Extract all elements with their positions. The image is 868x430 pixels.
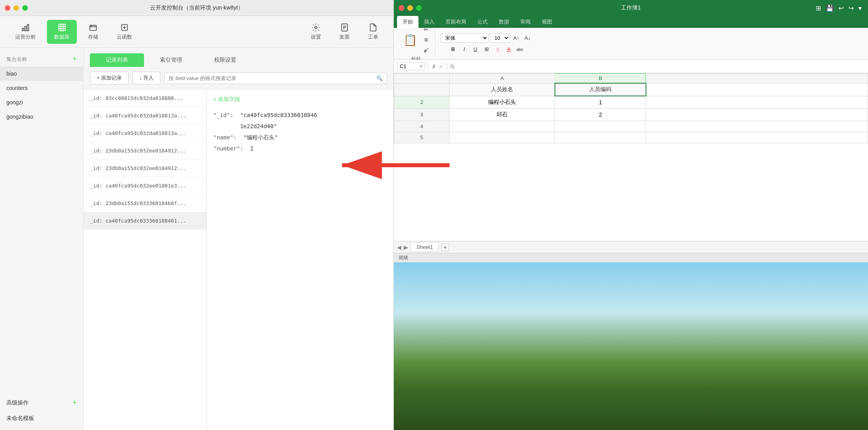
cell-b4[interactable]: [555, 121, 646, 132]
font-color-button[interactable]: A: [504, 45, 514, 54]
sidebar-section-label: 集合名称: [6, 56, 27, 63]
data-table: A B 人员姓名 人员编码 2 编: [394, 73, 868, 143]
settings-icon: [311, 23, 320, 32]
advanced-ops-plus[interactable]: +: [72, 399, 77, 407]
ribbon-tab-page-layout[interactable]: 页面布局: [440, 16, 472, 28]
italic-button[interactable]: I: [459, 45, 469, 54]
font-name-select[interactable]: 宋体: [441, 33, 488, 43]
tab-record-list[interactable]: 记录列表: [90, 53, 144, 67]
table-row: 人员姓名 人员编码: [394, 83, 868, 96]
sidebar-section-header: 集合名称 +: [0, 52, 83, 66]
cell-b5[interactable]: [555, 132, 646, 143]
cell-c1[interactable]: [646, 83, 868, 96]
sidebar-item-gongzi-label: gongzi: [6, 99, 23, 106]
decrease-font-button[interactable]: A↓: [523, 33, 532, 43]
list-item[interactable]: _id: ca40fca95dc032da018813a...: [84, 107, 206, 125]
minimize-button[interactable]: [14, 5, 19, 11]
excel-panel: 工作簿1 ⊞ 💾 ↩ ↪ ▾ 开始 插入 页面布局 公式 数据 审阅 视图 📋 …: [394, 0, 868, 430]
sheet-nav-next[interactable]: ▶: [404, 244, 408, 250]
cell-a5[interactable]: [450, 132, 555, 143]
cell-reference[interactable]: C1 ▾: [397, 62, 425, 70]
sheet-nav-prev[interactable]: ◀: [397, 244, 401, 250]
row-num-1: [394, 83, 450, 96]
search-input[interactable]: [169, 75, 376, 81]
bold-button[interactable]: B: [448, 45, 458, 54]
underline-button[interactable]: U: [471, 45, 480, 54]
nav-item-cloudfunc[interactable]: 云函数: [109, 20, 139, 44]
tab-permission[interactable]: 权限设置: [198, 53, 252, 67]
sidebar-item-biao[interactable]: biao: [0, 66, 83, 81]
list-item[interactable]: _id: ca40fca95dc032ee01881e3...: [84, 177, 206, 195]
cell-c5[interactable]: [646, 132, 868, 143]
nav-item-analytics[interactable]: 运营分析: [8, 20, 43, 44]
sidebar-item-counters[interactable]: counters: [0, 81, 83, 95]
cell-a4[interactable]: [450, 121, 555, 132]
fill-color-button[interactable]: A̲: [493, 45, 502, 54]
record-detail: "_id": "ca40fca95dc03336018846 1e22d24d4…: [213, 109, 387, 154]
cell-c4[interactable]: [646, 121, 868, 132]
paste-button[interactable]: 📋: [401, 32, 420, 48]
close-button[interactable]: [5, 5, 10, 11]
cell-a1[interactable]: 人员姓名: [450, 83, 555, 96]
list-item[interactable]: _id: ca40fca95dc032da018813a...: [84, 125, 206, 142]
records-list: _id: 83cc88815dc032da018808... _id: ca40…: [84, 90, 207, 430]
field-id: "_id": "ca40fca95dc03336018846 1e22d24d4…: [213, 109, 387, 132]
nav-item-database[interactable]: 数据库: [47, 20, 77, 44]
row-num-4: 4: [394, 121, 450, 132]
cell-a3[interactable]: 邱石: [450, 108, 555, 121]
svg-point-11: [315, 26, 317, 29]
list-item[interactable]: _id: 83cc88815dc032da018808...: [84, 90, 206, 107]
nav-item-settings[interactable]: 设置: [304, 20, 328, 44]
nav-cloudfunc-label: 云函数: [117, 33, 132, 41]
cell-b1[interactable]: 人员编码: [555, 83, 646, 96]
excel-close-button[interactable]: [399, 5, 404, 11]
ribbon-tab-data[interactable]: 数据: [493, 16, 515, 28]
field-name: "name": "编程小石头": [213, 132, 387, 143]
format-painter-button[interactable]: 🖌: [421, 45, 431, 55]
cell-a2[interactable]: 编程小石头: [450, 96, 555, 108]
nav-item-storage[interactable]: 存储: [81, 20, 105, 44]
list-item[interactable]: _id: 23db0a155dc033360184b8f...: [84, 195, 206, 212]
add-collection-button[interactable]: +: [72, 55, 77, 63]
increase-font-button[interactable]: A↑: [512, 33, 521, 43]
ribbon-tab-review[interactable]: 审阅: [515, 16, 536, 28]
add-record-button[interactable]: + 添加记录: [90, 72, 128, 84]
sidebar: 集合名称 + biao counters gongzi gongzibiao 高…: [0, 48, 84, 430]
import-button[interactable]: ↓ 导入: [132, 72, 160, 84]
abc-button[interactable]: abc: [515, 45, 525, 54]
unnamed-template-item[interactable]: 未命名模板: [0, 411, 83, 426]
advanced-ops-item[interactable]: 高级操作 +: [0, 395, 83, 411]
sidebar-item-gongzi[interactable]: gongzi: [0, 95, 83, 109]
nav-item-workorder[interactable]: 工单: [361, 20, 385, 44]
sheet-tab-sheet1[interactable]: Sheet1: [411, 242, 439, 252]
cell-c2[interactable]: [646, 96, 868, 108]
more-icon: ▾: [858, 4, 862, 12]
excel-minimize-button[interactable]: [407, 5, 413, 11]
cancel-formula-icon[interactable]: ✗: [432, 63, 436, 70]
font-size-select[interactable]: 10: [490, 33, 510, 43]
nav-settings-label: 设置: [311, 33, 321, 41]
cell-b2[interactable]: 1: [555, 96, 646, 108]
add-sheet-button[interactable]: +: [441, 243, 449, 251]
search-bar[interactable]: 🔍: [164, 72, 387, 84]
list-item[interactable]: _id: 23db0a155dc032ee0184912...: [84, 160, 206, 177]
excel-maximize-button[interactable]: [416, 5, 422, 11]
border-button[interactable]: ⊞: [482, 45, 491, 54]
tab-index-manage[interactable]: 索引管理: [144, 53, 198, 67]
add-field-button[interactable]: + 添加字段: [213, 96, 387, 103]
list-item-selected[interactable]: _id: ca40fca95dc033360188461...: [84, 212, 206, 230]
cut-button[interactable]: ✂: [421, 25, 431, 34]
cell-ref-value: C1: [400, 63, 407, 69]
nav-item-invoice[interactable]: 发票: [332, 20, 357, 44]
confirm-formula-icon[interactable]: ✓: [439, 63, 444, 70]
list-item[interactable]: _id: 23db0a155dc032ee0184912...: [84, 142, 206, 160]
ribbon-tab-formula[interactable]: 公式: [472, 16, 493, 28]
sidebar-item-gongzibiao[interactable]: gongzibiao: [0, 109, 83, 124]
maximize-button[interactable]: [22, 5, 28, 11]
cell-b3[interactable]: 2: [555, 108, 646, 121]
excel-title-bar: 工作簿1 ⊞ 💾 ↩ ↪ ▾: [394, 0, 868, 16]
copy-button[interactable]: ⧉: [421, 35, 431, 45]
cell-c3[interactable]: [646, 108, 868, 121]
col-header-b: B: [555, 74, 646, 84]
ribbon-tab-view[interactable]: 视图: [536, 16, 558, 28]
